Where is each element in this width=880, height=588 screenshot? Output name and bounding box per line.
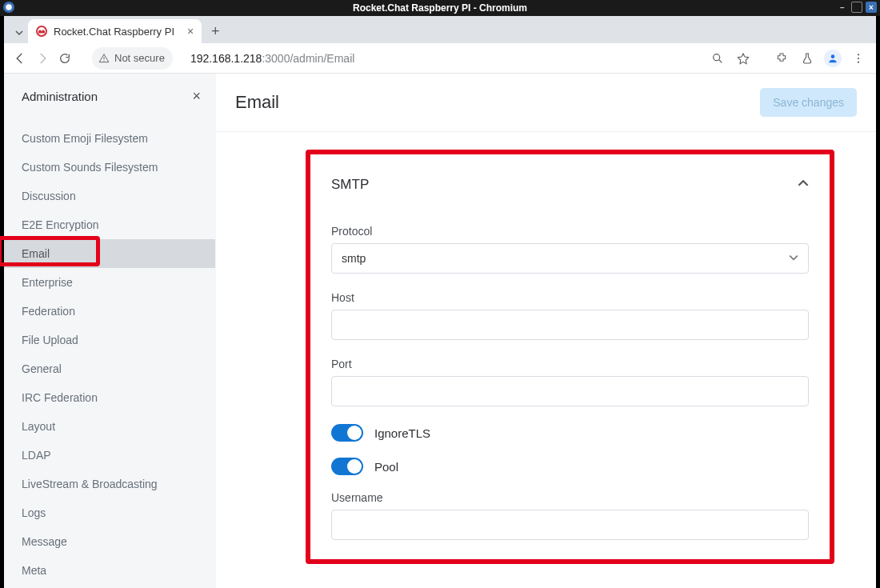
- section-collapse-button[interactable]: [798, 178, 809, 192]
- sidebar-title: Administration: [22, 90, 98, 103]
- label-pool: Pool: [374, 460, 398, 474]
- address-toolbar: Not secure 192.168.1.218:3000/admin/Emai…: [4, 43, 876, 74]
- select-protocol-value: smtp: [342, 252, 366, 265]
- sidebar-item-logs[interactable]: Logs: [4, 498, 215, 527]
- page-title: Email: [235, 92, 279, 113]
- toggle-ignoretls-row: IgnoreTLS: [331, 424, 809, 442]
- window-title: Rocket.Chat Raspberry PI - Chromium: [353, 2, 527, 14]
- tab-close-button[interactable]: ×: [187, 26, 194, 37]
- section-title-smtp: SMTP: [331, 177, 369, 193]
- window-minimize-button[interactable]: −: [837, 2, 848, 13]
- toggle-ignoretls[interactable]: [331, 424, 363, 442]
- tab-title: Rocket.Chat Raspberry PI: [54, 26, 174, 38]
- app-menu-icon[interactable]: [3, 2, 14, 13]
- sidebar-item-e2e-encryption[interactable]: E2E Encryption: [4, 210, 215, 239]
- svg-point-2: [103, 60, 104, 61]
- input-host[interactable]: [331, 310, 809, 340]
- security-chip[interactable]: Not secure: [92, 47, 173, 70]
- sidebar-item-mobile[interactable]: Mobile: [4, 585, 215, 588]
- input-username[interactable]: [331, 510, 809, 540]
- url-path: :3000/admin/Email: [262, 52, 354, 65]
- svg-point-6: [858, 54, 859, 55]
- not-secure-warning-icon: [98, 53, 110, 64]
- admin-sidebar: Administration × Custom Emoji Filesystem…: [4, 74, 216, 588]
- url-host: 192.168.1.218: [190, 52, 262, 65]
- extensions-icon[interactable]: [772, 52, 791, 65]
- smtp-section: SMTP Protocol smtp: [312, 156, 828, 558]
- browser-tab-active[interactable]: Rocket.Chat Raspberry PI ×: [28, 19, 202, 43]
- sidebar-item-custom-sounds-filesystem[interactable]: Custom Sounds Filesystem: [4, 153, 215, 182]
- svg-point-3: [714, 54, 720, 60]
- sidebar-item-enterprise[interactable]: Enterprise: [4, 268, 215, 297]
- rocketchat-favicon-icon: [36, 26, 47, 37]
- tab-strip: Rocket.Chat Raspberry PI × +: [4, 16, 876, 43]
- sidebar-item-file-upload[interactable]: File Upload: [4, 326, 215, 354]
- sidebar-item-federation[interactable]: Federation: [4, 297, 215, 326]
- security-chip-label: Not secure: [114, 52, 165, 64]
- window-close-button[interactable]: ×: [866, 2, 877, 13]
- bookmark-icon[interactable]: [734, 52, 753, 65]
- save-changes-button[interactable]: Save changes: [760, 88, 857, 117]
- label-protocol: Protocol: [331, 225, 809, 238]
- admin-main: Email Save changes SMTP Protoco: [216, 74, 876, 588]
- svg-line-4: [719, 60, 722, 62]
- sidebar-item-meta[interactable]: Meta: [4, 556, 215, 585]
- input-port[interactable]: [331, 376, 809, 406]
- labs-icon[interactable]: [798, 52, 817, 65]
- sidebar-item-message[interactable]: Message: [4, 527, 215, 556]
- svg-point-5: [831, 54, 835, 58]
- reload-button[interactable]: [57, 50, 73, 66]
- svg-point-0: [6, 4, 12, 10]
- kebab-menu-icon[interactable]: [849, 52, 868, 65]
- select-protocol[interactable]: smtp: [331, 243, 809, 274]
- new-tab-button[interactable]: +: [202, 23, 224, 43]
- window-maximize-button[interactable]: [851, 2, 862, 13]
- zoom-icon[interactable]: [708, 52, 727, 65]
- svg-point-7: [858, 57, 859, 58]
- window-titlebar: Rocket.Chat Raspberry PI - Chromium − ×: [0, 0, 880, 16]
- sidebar-item-general[interactable]: General: [4, 354, 215, 383]
- chevron-down-icon: [789, 252, 798, 265]
- label-port: Port: [331, 358, 809, 370]
- sidebar-item-email[interactable]: Email: [4, 239, 215, 268]
- sidebar-item-layout[interactable]: Layout: [4, 412, 215, 441]
- label-ignoretls: IgnoreTLS: [374, 426, 430, 440]
- svg-point-8: [858, 61, 859, 62]
- sidebar-item-discussion[interactable]: Discussion: [4, 182, 215, 210]
- profile-button[interactable]: [823, 50, 842, 67]
- sidebar-item-irc-federation[interactable]: IRC Federation: [4, 383, 215, 412]
- back-button[interactable]: [12, 50, 28, 66]
- tabs-overflow-button[interactable]: [10, 29, 28, 43]
- toggle-pool-row: Pool: [331, 458, 809, 475]
- sidebar-item-ldap[interactable]: LDAP: [4, 441, 215, 470]
- toggle-pool[interactable]: [331, 458, 363, 475]
- forward-button[interactable]: [34, 50, 50, 66]
- sidebar-close-button[interactable]: ×: [192, 88, 201, 105]
- sidebar-item-custom-emoji-filesystem[interactable]: Custom Emoji Filesystem: [4, 124, 215, 153]
- address-bar[interactable]: 192.168.1.218:3000/admin/Email: [190, 52, 354, 65]
- label-username: Username: [331, 491, 809, 504]
- label-host: Host: [331, 291, 809, 304]
- sidebar-item-truncated: [4, 116, 215, 124]
- sidebar-item-livestream-broadcasting[interactable]: LiveStream & Broadcasting: [4, 470, 215, 498]
